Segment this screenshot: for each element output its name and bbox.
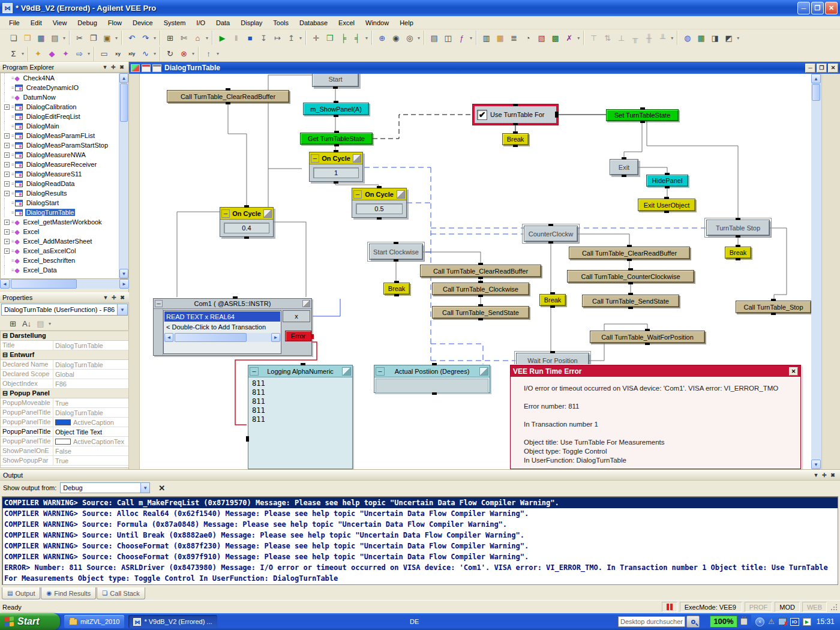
undo-icon[interactable]: ↶ — [125, 31, 139, 44]
language-indicator[interactable]: DE — [410, 618, 419, 625]
tree-item-dialogmeasparamstartstop[interactable]: +≡DialogMeasParamStartStop — [1, 140, 128, 150]
power-plug-icon[interactable] — [740, 618, 748, 625]
find-icon[interactable]: ◉ — [389, 31, 403, 44]
add-transaction-row[interactable]: < Double-Click to Add Transaction — [164, 322, 280, 332]
node-on-cycle-04[interactable]: ─On Cycle0.4 — [220, 207, 274, 237]
chevron-down-icon[interactable]: ▼ — [117, 304, 127, 315]
node-m-showpanel[interactable]: m_ShowPanel(A) — [303, 103, 369, 115]
pause-icon[interactable]: ‖ — [229, 31, 243, 44]
overflow-chevron-icon[interactable]: ▾ — [470, 35, 472, 41]
overflow-chevron-icon[interactable]: ▾ — [206, 35, 208, 41]
menu-excel[interactable]: Excel — [333, 18, 360, 28]
start-button[interactable]: Start — [0, 613, 60, 630]
chevron-down-icon[interactable]: ▼ — [812, 472, 820, 478]
task-button--v9db-v2-errored-[interactable]: ⋈* V9dB_V2 (Errored) ... — [128, 615, 217, 628]
tree-item-dialogstart[interactable]: ≡DialogStart — [1, 198, 128, 208]
object2-icon[interactable]: ◆ — [45, 47, 59, 61]
document-icon[interactable]: ▦ — [493, 31, 507, 44]
node-call-turntable-clearreadbuffer-3[interactable]: Call TurnTable_ClearReadBuffer — [569, 247, 690, 259]
step-into-icon[interactable]: ↦ — [271, 31, 284, 44]
goto-icon[interactable]: ⇨ — [73, 47, 86, 61]
node-use-turntable-toggle[interactable]: ✔Use TurnTable For — [473, 104, 558, 125]
menu-tools[interactable]: Tools — [268, 18, 294, 28]
clean-lines-icon[interactable]: ✄ — [177, 31, 191, 44]
property-row[interactable]: Declared ScopeGlobal — [1, 370, 128, 379]
object1-icon[interactable]: ✦ — [31, 47, 45, 61]
expand-icon[interactable]: + — [4, 181, 10, 187]
tree-horizontal-scrollbar[interactable]: ◄ ► — [0, 279, 129, 289]
tree-item-excel_data[interactable]: ≡◆Excel_Data — [1, 265, 128, 275]
diagram-canvas[interactable]: StartCall TurnTable_ClearReadBufferm_Sho… — [129, 74, 840, 469]
expand-icon[interactable]: + — [4, 239, 10, 244]
console-line[interactable]: COMPILER WARNING> Source: ChooseFormat (… — [2, 551, 838, 562]
pin-icon[interactable]: ✛ — [109, 64, 118, 70]
node-call-turntable-stop[interactable]: Call TurnTable_Stop — [736, 301, 811, 313]
rect-display-icon[interactable]: ▭ — [97, 47, 111, 61]
tab-output[interactable]: ▤Output — [2, 587, 40, 599]
center-icon[interactable]: ⇅ — [601, 31, 614, 44]
vee-runtime-error-dialog[interactable]: VEE Run Time Error ✕ I/O error or timeou… — [510, 365, 801, 469]
vee-tray-icon[interactable]: ▶ — [803, 618, 811, 626]
node-call-turntable-clearreadbuffer-1[interactable]: Call TurnTable_ClearReadBuffer — [167, 90, 289, 103]
list-icon[interactable]: ≣ — [507, 31, 521, 44]
object3-icon[interactable]: ✦ — [59, 47, 73, 61]
overflow-chevron-icon[interactable]: ▾ — [365, 35, 368, 41]
close-icon[interactable]: ✖ — [829, 472, 837, 478]
menu-display[interactable]: Display — [235, 18, 268, 28]
globe-icon[interactable]: ◍ — [680, 31, 694, 44]
expand-icon[interactable]: + — [4, 104, 10, 110]
print-icon[interactable]: ▤ — [48, 31, 62, 44]
cycle-value[interactable]: 1 — [313, 167, 359, 178]
menu-debug[interactable]: Debug — [72, 18, 102, 28]
desktop-search[interactable] — [618, 616, 700, 628]
resize-icon[interactable] — [342, 367, 351, 376]
counter-icon[interactable]: ↻ — [163, 47, 177, 61]
menu-window[interactable]: Window — [360, 18, 394, 28]
node-call-turntable-counterclockwise[interactable]: Call TurnTable_CounterClockwise — [567, 270, 694, 283]
tree-item-dialogmeasurenwa[interactable]: +≡DialogMeasureNWA — [1, 150, 128, 160]
node-hidepanel[interactable]: HidePanel — [646, 175, 688, 187]
categorize-icon[interactable]: ⊞ — [6, 317, 20, 330]
overflow-chevron-icon[interactable]: ▾ — [217, 51, 219, 56]
console-line[interactable]: COMPILER WARNING> Source: Call m_MakeFre… — [2, 497, 838, 508]
browser-icon[interactable]: ▧ — [535, 31, 548, 44]
node-break-2[interactable]: Break — [383, 283, 410, 295]
output-source-dropdown[interactable]: Debug ▼ — [60, 482, 150, 493]
mdi-close-button[interactable]: ✕ — [828, 64, 838, 73]
overflow-chevron-icon[interactable]: ▾ — [63, 35, 65, 41]
menu-flow[interactable]: Flow — [103, 18, 127, 28]
pan-icon[interactable]: ✛ — [309, 31, 323, 44]
resize-icon[interactable] — [479, 367, 488, 376]
expand-icon[interactable]: + — [4, 172, 10, 177]
tree-item-excel_addmastersheet[interactable]: +≡◆Excel_AddMasterSheet — [1, 236, 128, 246]
xly-display-icon[interactable]: xly — [125, 47, 139, 61]
run-icon[interactable]: ▶ — [215, 31, 229, 44]
overflow-chevron-icon[interactable]: ▾ — [192, 51, 194, 56]
tree-item-datumnow[interactable]: ≡◆DatumNow — [1, 92, 128, 102]
minimize-icon[interactable]: ─ — [221, 209, 230, 218]
node-exit-userobject[interactable]: Exit UserObject — [638, 199, 695, 211]
close-icon[interactable]: ✕ — [789, 367, 798, 376]
tree-item-createdynamicio[interactable]: ≡CreateDynamicIO — [1, 83, 128, 92]
error-terminal[interactable]: Error — [285, 331, 311, 341]
property-row[interactable]: Declared NameDialogTurnTable — [1, 360, 128, 370]
formula-icon[interactable]: Σ — [7, 47, 20, 61]
search-icon[interactable] — [686, 616, 700, 628]
expand-icon[interactable]: + — [4, 152, 10, 158]
pin-icon[interactable]: ✛ — [820, 472, 829, 478]
new-icon[interactable]: ❏ — [7, 31, 20, 44]
property-pages-icon[interactable]: ▤ — [34, 317, 47, 330]
step-out-icon[interactable]: ↥ — [284, 31, 298, 44]
tree-vertical-scrollbar[interactable]: ▲ ▼ — [119, 73, 128, 278]
profiler-icon[interactable]: ▥ — [479, 31, 493, 44]
find-in-files-icon[interactable]: ◎ — [403, 31, 416, 44]
actual-position-display[interactable]: ─ Actual Postiion (Degrees) — [374, 365, 490, 393]
pin-icon[interactable]: ✛ — [110, 295, 118, 301]
align-top-icon[interactable]: ⊤ — [587, 31, 601, 44]
expand-icon[interactable]: + — [4, 162, 10, 167]
node-start-button[interactable]: Start — [312, 74, 359, 87]
console-line[interactable]: ERROR> Number: 811 Source: ASRLDriver (0… — [2, 562, 838, 584]
property-row[interactable]: PopupPanelTitleObject Title Text — [1, 427, 128, 437]
tree-item-dialogreaddata[interactable]: +≡DialogReadData — [1, 179, 128, 188]
property-row[interactable]: TitleDialogTurnTable — [1, 341, 128, 350]
